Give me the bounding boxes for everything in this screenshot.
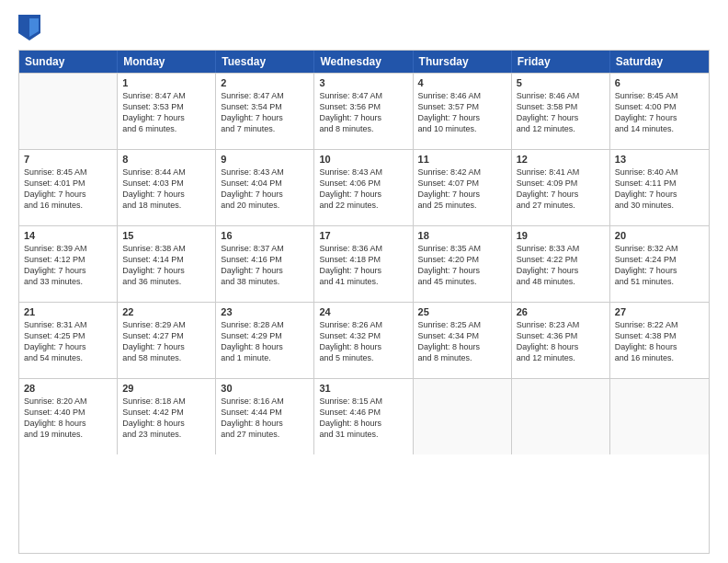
calendar-cell: 16Sunrise: 8:37 AMSunset: 4:16 PMDayligh… xyxy=(216,226,314,302)
cell-line: Sunrise: 8:47 AM xyxy=(319,90,407,101)
cell-line: Daylight: 7 hours xyxy=(517,265,605,276)
cell-line: Sunrise: 8:32 AM xyxy=(615,243,704,254)
cell-line: and 22 minutes. xyxy=(319,200,407,211)
calendar-row: 7Sunrise: 8:45 AMSunset: 4:01 PMDaylight… xyxy=(19,149,709,225)
cell-line: and 18 minutes. xyxy=(122,200,210,211)
cell-line: Sunrise: 8:23 AM xyxy=(517,319,605,330)
day-number: 5 xyxy=(517,77,605,88)
cell-line: Sunrise: 8:41 AM xyxy=(517,167,605,178)
cell-line: Sunset: 4:25 PM xyxy=(24,330,112,341)
day-number: 3 xyxy=(319,77,407,88)
cell-line: Sunset: 4:16 PM xyxy=(221,254,309,265)
cell-line: and 8 minutes. xyxy=(418,352,506,363)
cell-line: and 12 minutes. xyxy=(517,352,605,363)
cell-line: Sunrise: 8:46 AM xyxy=(418,90,506,101)
cell-line: Daylight: 7 hours xyxy=(221,112,309,123)
cell-line: Sunrise: 8:31 AM xyxy=(24,319,112,330)
cell-line: Daylight: 7 hours xyxy=(221,189,309,200)
cell-line: Sunrise: 8:44 AM xyxy=(122,167,210,178)
calendar-header-day: Sunday xyxy=(19,51,118,73)
calendar-body: 1Sunrise: 8:47 AMSunset: 3:53 PMDaylight… xyxy=(19,73,709,454)
calendar-row: 14Sunrise: 8:39 AMSunset: 4:12 PMDayligh… xyxy=(19,225,709,302)
cell-line: Daylight: 8 hours xyxy=(221,418,309,429)
cell-line: Daylight: 7 hours xyxy=(122,341,210,352)
cell-line: Sunrise: 8:47 AM xyxy=(122,90,210,101)
day-number: 21 xyxy=(24,306,112,317)
cell-line: and 41 minutes. xyxy=(319,276,407,287)
calendar-cell: 6Sunrise: 8:45 AMSunset: 4:00 PMDaylight… xyxy=(610,74,709,149)
day-number: 31 xyxy=(319,383,407,394)
calendar-cell: 26Sunrise: 8:23 AMSunset: 4:36 PMDayligh… xyxy=(512,303,610,378)
cell-line: Sunset: 4:42 PM xyxy=(122,407,210,418)
cell-line: Sunset: 4:44 PM xyxy=(221,407,309,418)
cell-line: Sunset: 3:58 PM xyxy=(517,101,605,112)
day-number: 23 xyxy=(221,306,309,317)
cell-line: Sunset: 3:56 PM xyxy=(319,101,407,112)
cell-line: and 14 minutes. xyxy=(615,123,704,134)
day-number: 2 xyxy=(221,77,309,88)
calendar-cell: 3Sunrise: 8:47 AMSunset: 3:56 PMDaylight… xyxy=(314,74,413,149)
logo-icon xyxy=(18,15,40,40)
cell-line: Daylight: 7 hours xyxy=(319,265,407,276)
calendar-cell xyxy=(610,379,709,454)
calendar-row: 21Sunrise: 8:31 AMSunset: 4:25 PMDayligh… xyxy=(19,302,709,378)
calendar-cell xyxy=(19,74,118,149)
day-number: 17 xyxy=(319,230,407,241)
day-number: 1 xyxy=(122,77,210,88)
cell-line: and 19 minutes. xyxy=(24,429,112,440)
cell-line: Sunset: 4:18 PM xyxy=(319,254,407,265)
cell-line: Daylight: 7 hours xyxy=(122,112,210,123)
cell-line: and 10 minutes. xyxy=(418,123,506,134)
cell-line: Daylight: 7 hours xyxy=(122,189,210,200)
cell-line: Sunrise: 8:46 AM xyxy=(517,90,605,101)
cell-line: Sunrise: 8:35 AM xyxy=(418,243,506,254)
day-number: 15 xyxy=(122,230,210,241)
page-header xyxy=(18,15,710,40)
calendar-header-day: Saturday xyxy=(610,51,709,73)
cell-line: Sunset: 4:29 PM xyxy=(221,330,309,341)
cell-line: and 58 minutes. xyxy=(122,352,210,363)
calendar-cell: 18Sunrise: 8:35 AMSunset: 4:20 PMDayligh… xyxy=(414,226,512,302)
cell-line: Daylight: 8 hours xyxy=(615,341,704,352)
cell-line: Daylight: 7 hours xyxy=(221,265,309,276)
cell-line: Daylight: 7 hours xyxy=(615,112,704,123)
calendar-cell: 29Sunrise: 8:18 AMSunset: 4:42 PMDayligh… xyxy=(118,379,216,454)
cell-line: Sunset: 4:20 PM xyxy=(418,254,506,265)
cell-line: Daylight: 7 hours xyxy=(615,265,704,276)
day-number: 28 xyxy=(24,383,112,394)
cell-line: Sunset: 4:24 PM xyxy=(615,254,704,265)
cell-line: Sunset: 3:54 PM xyxy=(221,101,309,112)
calendar-cell: 11Sunrise: 8:42 AMSunset: 4:07 PMDayligh… xyxy=(414,150,512,225)
calendar-cell: 25Sunrise: 8:25 AMSunset: 4:34 PMDayligh… xyxy=(414,303,512,378)
cell-line: Sunrise: 8:40 AM xyxy=(615,167,704,178)
calendar-cell: 28Sunrise: 8:20 AMSunset: 4:40 PMDayligh… xyxy=(19,379,118,454)
cell-line: Sunset: 4:11 PM xyxy=(615,178,704,189)
day-number: 25 xyxy=(418,306,506,317)
cell-line: Sunset: 4:06 PM xyxy=(319,178,407,189)
calendar-cell: 8Sunrise: 8:44 AMSunset: 4:03 PMDaylight… xyxy=(118,150,216,225)
cell-line: and 20 minutes. xyxy=(221,200,309,211)
cell-line: and 31 minutes. xyxy=(319,429,407,440)
calendar-cell: 15Sunrise: 8:38 AMSunset: 4:14 PMDayligh… xyxy=(118,226,216,302)
cell-line: and 1 minute. xyxy=(221,352,309,363)
cell-line: and 27 minutes. xyxy=(517,200,605,211)
cell-line: Daylight: 8 hours xyxy=(221,341,309,352)
cell-line: Sunset: 4:32 PM xyxy=(319,330,407,341)
calendar-cell: 10Sunrise: 8:43 AMSunset: 4:06 PMDayligh… xyxy=(314,150,413,225)
cell-line: Daylight: 7 hours xyxy=(418,265,506,276)
cell-line: Sunset: 4:01 PM xyxy=(24,178,112,189)
cell-line: and 33 minutes. xyxy=(24,276,112,287)
cell-line: and 16 minutes. xyxy=(615,352,704,363)
cell-line: and 7 minutes. xyxy=(221,123,309,134)
logo xyxy=(18,15,44,40)
calendar-cell xyxy=(512,379,610,454)
cell-line: Daylight: 7 hours xyxy=(24,265,112,276)
day-number: 29 xyxy=(122,383,210,394)
cell-line: Sunrise: 8:28 AM xyxy=(221,319,309,330)
calendar-cell: 22Sunrise: 8:29 AMSunset: 4:27 PMDayligh… xyxy=(118,303,216,378)
cell-line: Sunrise: 8:25 AM xyxy=(418,319,506,330)
cell-line: Sunset: 4:38 PM xyxy=(615,330,704,341)
cell-line: Sunrise: 8:33 AM xyxy=(517,243,605,254)
calendar-cell xyxy=(414,379,512,454)
calendar-cell: 17Sunrise: 8:36 AMSunset: 4:18 PMDayligh… xyxy=(314,226,413,302)
